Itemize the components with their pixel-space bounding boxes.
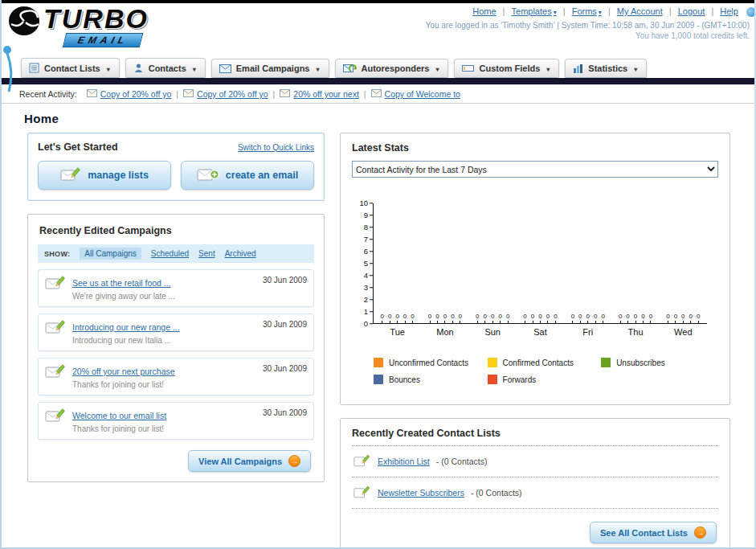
nav-home-link[interactable]: Home <box>472 6 496 16</box>
chevron-down-icon <box>597 6 602 16</box>
chart-value-label: 0 <box>626 313 629 323</box>
campaign-list-item[interactable]: 20% off your next purchase Thanks for jo… <box>38 358 314 395</box>
separator <box>171 89 183 99</box>
y-tick: 2 <box>364 296 373 304</box>
recent-activity-bar: Recent Activity: Copy of 20% off yo Copy… <box>2 84 754 104</box>
filter-scheduled[interactable]: Scheduled <box>151 249 189 258</box>
campaign-title-link[interactable]: See us at the retail food ... <box>72 278 171 288</box>
envelope-arrow-icon <box>343 64 357 73</box>
nav-templates-link[interactable]: Templates <box>512 6 557 16</box>
separator <box>709 6 716 16</box>
view-all-campaigns-button[interactable]: View All Campaigns <box>188 450 311 472</box>
tab-contact-lists[interactable]: Contact Lists <box>21 58 120 78</box>
chart-group: 00000 <box>517 313 564 323</box>
campaign-subtitle: Thanks for joining our list! <box>72 380 256 389</box>
y-tick: 1 <box>364 308 373 316</box>
campaign-title-link[interactable]: 20% off your next purchase <box>72 367 175 376</box>
separator <box>561 6 568 16</box>
contact-activity-chart: 012345678910 000000000000000000000000000… <box>352 203 718 391</box>
nav-forms-link[interactable]: Forms <box>572 6 602 16</box>
recent-activity-item[interactable]: Copy of Welcome to <box>371 89 460 99</box>
arrow-right-icon <box>288 455 300 467</box>
manage-lists-button[interactable]: manage lists <box>38 161 171 190</box>
chart-category-label: Fri <box>564 327 611 337</box>
tab-statistics[interactable]: Statistics <box>565 59 647 78</box>
recent-activity-label: Recent Activity: <box>19 89 77 99</box>
campaigns-panel: Recently Edited Campaigns SHOW: All Camp… <box>27 214 325 482</box>
campaign-date: 30 Jun 2009 <box>263 275 307 285</box>
chart-value-label: 0 <box>634 313 637 323</box>
recent-activity-item[interactable]: Copy of 20% off yo <box>183 89 268 99</box>
contact-list-item: Exhibition List - (0 Contacts) <box>352 445 718 477</box>
y-tick: 3 <box>364 284 373 292</box>
campaign-list-item[interactable]: See us at the retail food ... We're givi… <box>38 269 314 307</box>
legend-swatch <box>488 375 497 384</box>
chart-value-label: 0 <box>435 313 439 323</box>
stats-period-select[interactable]: Contact Activity for the Last 7 Days <box>352 161 718 178</box>
filter-sent[interactable]: Sent <box>198 249 215 258</box>
campaign-filter-row: SHOW: All Campaigns Scheduled Sent Archi… <box>38 244 314 263</box>
header: TURBO EMAIL Home Templates Forms My Acco… <box>2 3 754 53</box>
nav-logout-link[interactable]: Logout <box>678 6 705 16</box>
nav-help-link[interactable]: Help <box>720 6 738 16</box>
y-tick: 7 <box>364 236 373 244</box>
email-icon <box>183 89 194 99</box>
tab-label: Email Campaigns <box>236 64 310 73</box>
filter-all-campaigns[interactable]: All Campaigns <box>80 248 141 260</box>
help-badge-icon[interactable] <box>746 7 756 17</box>
recent-activity-item[interactable]: 20% off your next <box>280 89 359 99</box>
chart-value-label: 0 <box>388 313 391 323</box>
campaign-subtitle: We're giving away our late ... <box>72 292 256 301</box>
latest-stats-title: Latest Stats <box>352 142 718 154</box>
tab-custom-fields[interactable]: Custom Fields <box>454 59 559 78</box>
chart-category-label: Sun <box>469 327 517 337</box>
chart-value-label: 0 <box>428 313 431 323</box>
chart-value-label: 0 <box>546 313 550 323</box>
main-nav: Contact Lists Contacts Email Campaigns A… <box>2 53 754 78</box>
chart-value-label: 0 <box>451 313 454 323</box>
latest-stats-panel: Latest Stats Contact Activity for the La… <box>340 133 730 405</box>
chart-value-label: 0 <box>403 313 407 323</box>
chart-group: 00000 <box>660 313 707 323</box>
tab-email-campaigns[interactable]: Email Campaigns <box>211 59 329 78</box>
nav-my-account-link[interactable]: My Account <box>617 6 663 16</box>
tab-contacts[interactable]: Contacts <box>125 58 206 78</box>
campaign-list-item[interactable]: Introducing our new range ... Introducin… <box>38 313 314 351</box>
contact-list-items: Exhibition List - (0 Contacts) Newslette… <box>352 445 718 509</box>
envelope-pencil-icon <box>45 275 66 294</box>
y-tick: 10 <box>359 199 373 207</box>
contact-list-link[interactable]: Newsletter Subscribers <box>378 488 464 498</box>
campaign-title-link[interactable]: Welcome to our email list <box>72 411 166 420</box>
envelope-pencil-icon <box>45 363 66 383</box>
campaign-title-link[interactable]: Introducing our new range ... <box>72 322 180 332</box>
chart-value-label: 0 <box>697 313 700 323</box>
contact-lists-icon <box>29 63 39 73</box>
contact-lists-panel: Recently Created Contact Lists Exhibitio… <box>340 418 730 549</box>
recent-activity-item[interactable]: Copy of 20% off yo <box>87 89 172 99</box>
chart-group: 00000 <box>564 313 611 323</box>
tab-autoresponders[interactable]: Autoresponders <box>335 59 449 78</box>
chart-value-label: 0 <box>443 313 447 323</box>
legend-swatch <box>374 375 383 384</box>
content: Let's Get Started Switch to Quick Links … <box>2 133 754 549</box>
tab-label: Statistics <box>588 64 627 73</box>
chart-value-label: 0 <box>554 313 557 323</box>
separator <box>667 6 674 16</box>
app-window: TURBO EMAIL Home Templates Forms My Acco… <box>0 0 756 549</box>
filter-archived[interactable]: Archived <box>225 249 256 258</box>
chart-category-label: Thu <box>611 327 659 337</box>
chevron-down-icon <box>105 64 110 73</box>
page-title: Home <box>24 112 754 125</box>
campaign-list-item[interactable]: Welcome to our email list Thanks for joi… <box>38 402 314 440</box>
campaigns-title: Recently Edited Campaigns <box>39 225 316 236</box>
contact-list-link[interactable]: Exhibition List <box>378 457 430 466</box>
switch-quick-links[interactable]: Switch to Quick Links <box>238 143 314 152</box>
envelope-icon <box>219 64 231 73</box>
recent-activity-item-label: Copy of Welcome to <box>385 89 460 99</box>
create-email-button[interactable]: create an email <box>181 161 314 190</box>
chart-value-label: 0 <box>619 313 622 323</box>
separator <box>606 6 613 16</box>
chart-group: 00000 <box>611 313 659 323</box>
see-all-contact-lists-button[interactable]: See All Contact Lists <box>590 522 717 543</box>
envelope-pencil-icon <box>60 166 81 185</box>
